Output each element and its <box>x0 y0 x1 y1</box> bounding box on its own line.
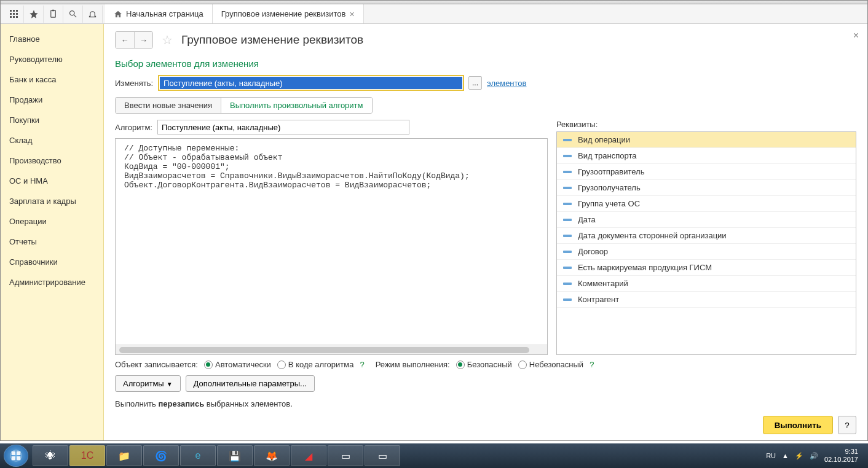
exec-mode-label: Режим выполнения: <box>376 360 450 369</box>
tab-group-change[interactable]: Групповое изменение реквизитов × <box>213 4 364 23</box>
elements-link[interactable]: элементов <box>487 79 526 88</box>
start-button[interactable] <box>4 445 28 467</box>
requisite-item[interactable]: Вид транспорта <box>557 148 856 164</box>
requisite-label: Есть маркируемая продукция ГИСМ <box>578 263 712 272</box>
save-mode-label: Объект записывается: <box>115 360 198 369</box>
field-icon <box>563 283 572 285</box>
close-icon[interactable]: × <box>349 10 354 18</box>
task-app-2[interactable]: 🌀 <box>143 445 179 466</box>
radio-in-code[interactable]: В коде алгоритма <box>277 360 354 369</box>
requisite-item[interactable]: Есть маркируемая продукция ГИСМ <box>557 260 856 276</box>
tab-enter-values[interactable]: Ввести новые значения <box>116 98 221 113</box>
requisite-label: Группа учета ОС <box>578 199 640 208</box>
requisite-label: Комментарий <box>578 279 628 288</box>
help-icon[interactable]: ? <box>360 360 364 369</box>
clipboard-icon[interactable] <box>44 6 63 23</box>
requisites-list[interactable]: Вид операцииВид транспортаГрузоотправите… <box>556 131 856 355</box>
requisite-label: Вид транспорта <box>578 151 636 160</box>
task-app-3[interactable]: ▭ <box>328 445 363 466</box>
tray-clock[interactable]: 9:31 02.10.2017 <box>824 448 858 464</box>
tray-power-icon[interactable]: ⚡ <box>795 452 803 460</box>
task-acrobat[interactable]: ◢ <box>291 445 326 466</box>
radio-safe[interactable]: Безопасный <box>456 360 512 369</box>
requisite-item[interactable]: Дата документа сторонней организации <box>557 228 856 244</box>
sidebar-item-manager[interactable]: Руководителю <box>1 49 103 69</box>
svg-rect-2 <box>16 10 18 12</box>
svg-rect-7 <box>13 16 15 18</box>
svg-rect-3 <box>10 13 12 15</box>
requisite-item[interactable]: Дата <box>557 212 856 228</box>
svg-rect-1 <box>13 10 15 12</box>
sidebar-item-purchases[interactable]: Покупки <box>1 110 103 130</box>
task-app-4[interactable]: ▭ <box>365 445 400 466</box>
svg-point-11 <box>70 11 75 16</box>
requisite-label: Договор <box>578 247 608 256</box>
change-select[interactable] <box>158 75 464 91</box>
task-firefox[interactable]: 🦊 <box>254 445 290 466</box>
task-explorer[interactable]: 📁 <box>106 445 142 466</box>
code-editor[interactable]: // Доступные переменные: // Объект - обр… <box>115 138 548 355</box>
apps-grid-icon[interactable] <box>4 6 24 23</box>
tray-flag-icon[interactable]: ▲ <box>782 452 789 459</box>
sidebar-item-hr[interactable]: Зарплата и кадры <box>1 191 103 211</box>
svg-rect-4 <box>13 13 15 15</box>
sidebar-item-operations[interactable]: Операции <box>1 211 103 232</box>
task-ie[interactable]: e <box>180 445 216 466</box>
favorite-star-icon[interactable]: ☆ <box>162 33 173 47</box>
tab-home[interactable]: Начальная страница <box>105 4 213 23</box>
execute-button[interactable]: Выполнить <box>763 416 833 434</box>
requisite-label: Дата документа сторонней организации <box>578 231 727 240</box>
sidebar-item-warehouse[interactable]: Склад <box>1 130 103 150</box>
sidebar-item-main[interactable]: Главное <box>1 29 103 49</box>
code-text[interactable]: // Доступные переменные: // Объект - обр… <box>116 139 547 345</box>
requisite-item[interactable]: Договор <box>557 244 856 260</box>
task-app-1[interactable]: 🕷 <box>33 445 68 466</box>
task-app-1c[interactable]: 1С <box>69 445 105 466</box>
ellipsis-button[interactable]: ... <box>468 76 482 90</box>
task-save[interactable]: 💾 <box>217 445 253 466</box>
algo-input[interactable] <box>157 120 409 135</box>
sidebar-item-admin[interactable]: Администрирование <box>1 272 103 292</box>
windows-taskbar: 🕷 1С 📁 🌀 e 💾 🦊 ◢ ▭ ▭ RU ▲ ⚡ 🔊 9:31 02.10… <box>0 443 868 468</box>
tray-volume-icon[interactable]: 🔊 <box>810 452 818 460</box>
svg-line-12 <box>74 15 76 17</box>
requisite-item[interactable]: Группа учета ОС <box>557 196 856 212</box>
change-input[interactable] <box>160 77 462 89</box>
svg-rect-0 <box>10 10 12 12</box>
tab-run-algorithm[interactable]: Выполнить произвольный алгоритм <box>221 98 371 113</box>
requisite-item[interactable]: Вид операции <box>557 132 856 148</box>
sidebar-item-assets[interactable]: ОС и НМА <box>1 171 103 191</box>
algorithms-dropdown[interactable]: Алгоритмы▼ <box>115 375 181 392</box>
sidebar-item-refs[interactable]: Справочники <box>1 252 103 272</box>
extra-params-button[interactable]: Дополнительные параметры... <box>186 375 315 392</box>
help-button[interactable]: ? <box>838 416 856 434</box>
tab-label: Групповое изменение реквизитов <box>221 9 346 18</box>
tray-lang[interactable]: RU <box>766 452 776 459</box>
search-icon[interactable] <box>63 6 83 23</box>
tab-label: Начальная страница <box>126 9 203 18</box>
requisite-label: Грузополучатель <box>578 183 641 192</box>
sidebar-item-bank[interactable]: Банк и касса <box>1 69 103 90</box>
radio-unsafe[interactable]: Небезопасный <box>518 360 583 369</box>
page-close-icon[interactable]: × <box>853 30 859 41</box>
back-button[interactable]: ← <box>116 32 134 48</box>
sidebar-item-production[interactable]: Производство <box>1 150 103 171</box>
field-icon <box>563 171 572 173</box>
requisite-label: Дата <box>578 215 596 224</box>
favorite-star-icon[interactable] <box>24 6 44 23</box>
sidebar-item-sales[interactable]: Продажи <box>1 90 103 110</box>
field-icon <box>563 298 572 301</box>
field-icon <box>563 219 572 221</box>
bell-icon[interactable] <box>83 6 103 23</box>
requisites-label: Реквизиты: <box>556 120 856 129</box>
radio-auto[interactable]: Автоматически <box>204 360 271 369</box>
requisite-item[interactable]: Контрагент <box>557 292 856 308</box>
sidebar-item-reports[interactable]: Отчеты <box>1 232 103 252</box>
requisite-item[interactable]: Комментарий <box>557 276 856 292</box>
help-icon[interactable]: ? <box>590 360 594 369</box>
horizontal-scrollbar[interactable] <box>116 345 547 354</box>
home-icon <box>114 10 122 18</box>
requisite-item[interactable]: Грузополучатель <box>557 180 856 196</box>
requisite-item[interactable]: Грузоотправитель <box>557 164 856 180</box>
forward-button[interactable]: → <box>134 32 152 48</box>
